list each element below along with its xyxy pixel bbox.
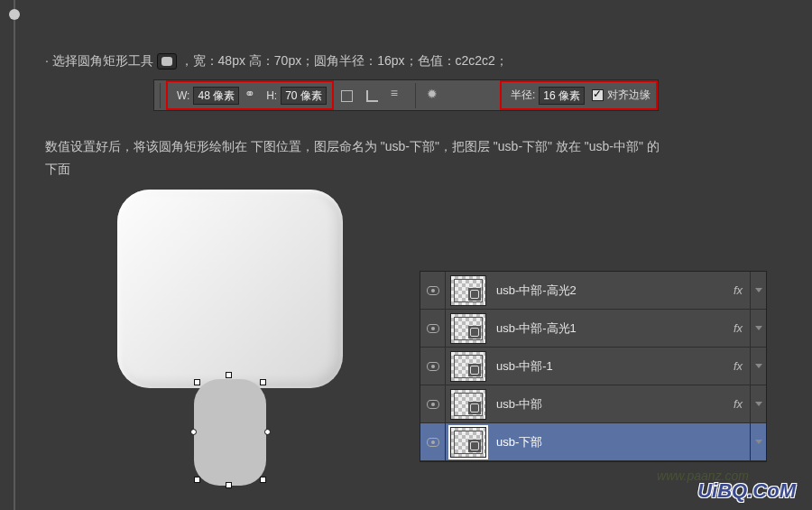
body-line-2: 下面	[45, 158, 785, 180]
layer-row[interactable]: usb-中部-高光1 fx	[420, 310, 766, 348]
canvas-preview	[99, 190, 361, 505]
eye-icon	[427, 286, 439, 295]
align-icon[interactable]	[364, 88, 380, 104]
anchor-handle[interactable]	[190, 429, 197, 435]
fx-indicator[interactable]: fx	[726, 283, 750, 297]
anchor-handle[interactable]	[260, 379, 266, 385]
anchor-handle[interactable]	[226, 482, 232, 488]
separator	[160, 83, 161, 108]
eye-icon	[427, 324, 439, 333]
anchor-handle[interactable]	[194, 477, 200, 483]
visibility-toggle[interactable]	[420, 272, 446, 309]
height-input[interactable]: 70 像素	[281, 87, 327, 105]
separator	[415, 83, 416, 108]
shape-glyph-icon	[468, 288, 481, 301]
layer-thumbnail[interactable]	[450, 313, 486, 344]
rounded-rect-tool-icon	[157, 53, 177, 70]
shape-glyph-icon	[468, 440, 481, 452]
layer-thumbnail[interactable]	[450, 351, 486, 382]
intro-params: ，宽：48px 高：70px；圆角半径：16px；色值：c2c2c2；	[180, 53, 508, 68]
fx-expand[interactable]	[750, 348, 766, 385]
usb-bottom-shape-selected[interactable]	[194, 379, 266, 486]
layer-name[interactable]: usb-中部	[491, 396, 726, 413]
bullet-dot	[9, 9, 20, 20]
gear-icon[interactable]	[426, 88, 442, 104]
layer-row[interactable]: usb-中部-高光2 fx	[420, 272, 766, 310]
fx-indicator[interactable]: fx	[726, 397, 750, 411]
shape-mode-icon[interactable]	[338, 88, 355, 104]
layer-name[interactable]: usb-中部-高光2	[491, 283, 726, 299]
layer-thumbnail[interactable]	[450, 389, 486, 420]
fx-expand[interactable]	[750, 310, 766, 347]
anchor-handle[interactable]	[226, 372, 232, 378]
anchor-handle[interactable]	[260, 477, 266, 483]
height-label: H:	[266, 89, 277, 102]
align-edges-checkbox[interactable]	[592, 89, 604, 101]
size-group-highlight: W: 48 像素 H: 70 像素	[166, 80, 334, 110]
visibility-toggle[interactable]	[420, 423, 446, 460]
fx-indicator[interactable]: fx	[726, 359, 750, 373]
shape-glyph-icon	[468, 364, 481, 376]
options-bar: W: 48 像素 H: 70 像素 半径: 16 像素 对齐边缘	[153, 79, 659, 111]
radius-group-highlight: 半径: 16 像素 对齐边缘	[500, 80, 658, 110]
visibility-toggle[interactable]	[420, 348, 446, 385]
layer-row-selected[interactable]: usb-下部	[420, 423, 766, 461]
fx-indicator[interactable]: fx	[726, 321, 750, 335]
layer-row[interactable]: usb-中部-1 fx	[420, 348, 766, 385]
layers-panel: usb-中部-高光2 fx usb-中部-高光1 fx usb-中部-1 fx …	[420, 271, 767, 462]
radius-label: 半径:	[511, 88, 535, 103]
layer-thumbnail[interactable]	[450, 427, 486, 458]
layer-name[interactable]: usb-中部-1	[491, 358, 726, 375]
anchor-handle[interactable]	[264, 429, 271, 435]
eye-icon	[427, 400, 439, 409]
width-label: W:	[177, 89, 189, 102]
layer-thumbnail[interactable]	[450, 275, 486, 306]
watermark-logo: UiBQ.CoM	[697, 479, 796, 503]
layer-name[interactable]: usb-中部-高光1	[491, 320, 726, 337]
layer-row[interactable]: usb-中部 fx	[420, 385, 766, 423]
radius-input[interactable]: 16 像素	[539, 87, 585, 105]
fx-expand[interactable]	[750, 272, 766, 309]
visibility-toggle[interactable]	[420, 385, 446, 422]
intro-select: · 选择圆角矩形工具	[45, 53, 153, 68]
link-icon[interactable]	[245, 90, 257, 101]
width-input[interactable]: 48 像素	[193, 87, 239, 105]
fx-expand[interactable]	[750, 385, 766, 422]
eye-icon	[427, 438, 439, 447]
eye-icon	[427, 362, 439, 371]
body-line-1: 数值设置好后，将该圆角矩形绘制在 下图位置，图层命名为 "usb-下部"，把图层…	[45, 135, 785, 157]
shape-glyph-icon	[468, 402, 481, 414]
left-margin-line	[14, 0, 15, 510]
intro-line: · 选择圆角矩形工具 ，宽：48px 高：70px；圆角半径：16px；色值：c…	[45, 50, 785, 71]
visibility-toggle[interactable]	[420, 310, 446, 347]
shape-glyph-icon	[468, 326, 481, 338]
layer-name[interactable]: usb-下部	[491, 434, 726, 450]
fx-expand[interactable]	[750, 423, 766, 460]
usb-mid-shape	[117, 190, 343, 388]
align-edges-label: 对齐边缘	[607, 88, 651, 103]
anchor-handle[interactable]	[194, 379, 200, 385]
arrange-icon[interactable]	[389, 88, 405, 104]
